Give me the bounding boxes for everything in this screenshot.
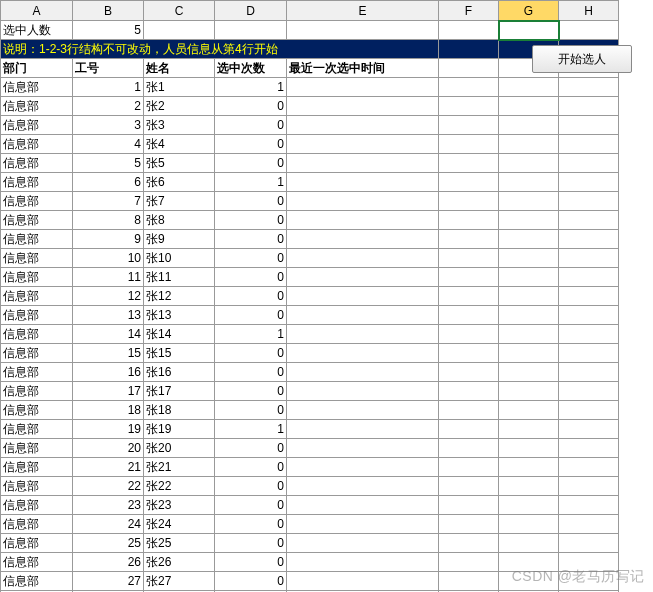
cell-id[interactable]: 5 — [73, 154, 144, 173]
cell-id[interactable]: 6 — [73, 173, 144, 192]
cell-count[interactable]: 0 — [215, 363, 287, 382]
cell-blank[interactable] — [499, 439, 559, 458]
table-row[interactable]: 信息部18张180 — [1, 401, 619, 420]
cell-blank[interactable] — [559, 116, 619, 135]
cell-last-time[interactable] — [287, 344, 439, 363]
cell-blank[interactable] — [559, 230, 619, 249]
cell-dept[interactable]: 信息部 — [1, 306, 73, 325]
cell-id[interactable]: 14 — [73, 325, 144, 344]
cell-name[interactable]: 张13 — [144, 306, 215, 325]
cell-blank[interactable] — [559, 344, 619, 363]
cell-count[interactable]: 0 — [215, 344, 287, 363]
cell-blank[interactable] — [439, 458, 499, 477]
column-header-G[interactable]: G — [499, 1, 559, 21]
cell-blank[interactable] — [499, 230, 559, 249]
cell-blank[interactable] — [439, 572, 499, 591]
cell-name[interactable]: 张27 — [144, 572, 215, 591]
cell-count[interactable]: 0 — [215, 496, 287, 515]
cell-count[interactable]: 1 — [215, 173, 287, 192]
cell-last-time[interactable] — [287, 458, 439, 477]
cell-blank[interactable] — [499, 154, 559, 173]
cell-name[interactable]: 张19 — [144, 420, 215, 439]
value-selected-count[interactable]: 5 — [73, 21, 144, 40]
cell-name[interactable]: 张10 — [144, 249, 215, 268]
cell-id[interactable]: 16 — [73, 363, 144, 382]
cell-count[interactable]: 0 — [215, 439, 287, 458]
cell-blank[interactable] — [439, 173, 499, 192]
cell-blank[interactable] — [439, 306, 499, 325]
cell-name[interactable]: 张14 — [144, 325, 215, 344]
cell-name[interactable]: 张7 — [144, 192, 215, 211]
cell-blank[interactable] — [559, 515, 619, 534]
cell-blank[interactable] — [439, 344, 499, 363]
cell-last-time[interactable] — [287, 268, 439, 287]
table-row[interactable]: 信息部1张11 — [1, 78, 619, 97]
cell-id[interactable]: 19 — [73, 420, 144, 439]
cell-blank[interactable] — [499, 344, 559, 363]
cell-last-time[interactable] — [287, 78, 439, 97]
cell-last-time[interactable] — [287, 382, 439, 401]
cell-blank[interactable] — [499, 211, 559, 230]
cell-count[interactable]: 1 — [215, 325, 287, 344]
cell-dept[interactable]: 信息部 — [1, 515, 73, 534]
cell-last-time[interactable] — [287, 401, 439, 420]
column-header-F[interactable]: F — [439, 1, 499, 21]
cell-blank[interactable] — [439, 439, 499, 458]
cell-blank[interactable] — [439, 116, 499, 135]
table-row[interactable]: 信息部24张240 — [1, 515, 619, 534]
cell-name[interactable]: 张24 — [144, 515, 215, 534]
cell-blank[interactable] — [559, 268, 619, 287]
table-row[interactable]: 信息部23张230 — [1, 496, 619, 515]
cell-id[interactable]: 9 — [73, 230, 144, 249]
spreadsheet-grid[interactable]: ABCDEFGH 选中人数5说明：1-2-3行结构不可改动，人员信息从第4行开始… — [0, 0, 619, 592]
cell-dept[interactable]: 信息部 — [1, 78, 73, 97]
cell-blank[interactable] — [559, 192, 619, 211]
cell-blank[interactable] — [499, 477, 559, 496]
cell-name[interactable]: 张6 — [144, 173, 215, 192]
table-row[interactable]: 信息部25张250 — [1, 534, 619, 553]
cell-name[interactable]: 张4 — [144, 135, 215, 154]
cell-name[interactable]: 张11 — [144, 268, 215, 287]
cell-count[interactable]: 1 — [215, 420, 287, 439]
cell-dept[interactable]: 信息部 — [1, 192, 73, 211]
cell-dept[interactable]: 信息部 — [1, 401, 73, 420]
cell-blank[interactable] — [559, 211, 619, 230]
cell-last-time[interactable] — [287, 230, 439, 249]
cell-name[interactable]: 张20 — [144, 439, 215, 458]
cell-blank[interactable] — [144, 21, 215, 40]
cell-count[interactable]: 0 — [215, 401, 287, 420]
cell-count[interactable]: 0 — [215, 154, 287, 173]
cell-dept[interactable]: 信息部 — [1, 173, 73, 192]
cell-blank[interactable] — [439, 477, 499, 496]
cell-id[interactable]: 13 — [73, 306, 144, 325]
cell-dept[interactable]: 信息部 — [1, 363, 73, 382]
cell-blank[interactable] — [439, 515, 499, 534]
cell-name[interactable]: 张17 — [144, 382, 215, 401]
cell-blank[interactable] — [559, 363, 619, 382]
cell-id[interactable]: 12 — [73, 287, 144, 306]
cell-count[interactable]: 0 — [215, 287, 287, 306]
cell-count[interactable]: 0 — [215, 211, 287, 230]
cell-count[interactable]: 0 — [215, 249, 287, 268]
table-row[interactable]: 信息部16张160 — [1, 363, 619, 382]
table-row[interactable]: 信息部19张191 — [1, 420, 619, 439]
cell-blank[interactable] — [499, 135, 559, 154]
cell-count[interactable]: 0 — [215, 135, 287, 154]
cell-dept[interactable]: 信息部 — [1, 230, 73, 249]
cell-name[interactable]: 张2 — [144, 97, 215, 116]
cell-blank[interactable] — [499, 21, 559, 40]
cell-count[interactable]: 0 — [215, 477, 287, 496]
cell-id[interactable]: 27 — [73, 572, 144, 591]
cell-count[interactable]: 0 — [215, 515, 287, 534]
cell-blank[interactable] — [499, 325, 559, 344]
cell-blank[interactable] — [439, 249, 499, 268]
cell-dept[interactable]: 信息部 — [1, 135, 73, 154]
cell-id[interactable]: 21 — [73, 458, 144, 477]
cell-name[interactable]: 张22 — [144, 477, 215, 496]
cell-blank[interactable] — [439, 211, 499, 230]
table-row[interactable]: 信息部7张70 — [1, 192, 619, 211]
cell-blank[interactable] — [439, 553, 499, 572]
cell-blank[interactable] — [499, 515, 559, 534]
cell-dept[interactable]: 信息部 — [1, 268, 73, 287]
cell-last-time[interactable] — [287, 306, 439, 325]
